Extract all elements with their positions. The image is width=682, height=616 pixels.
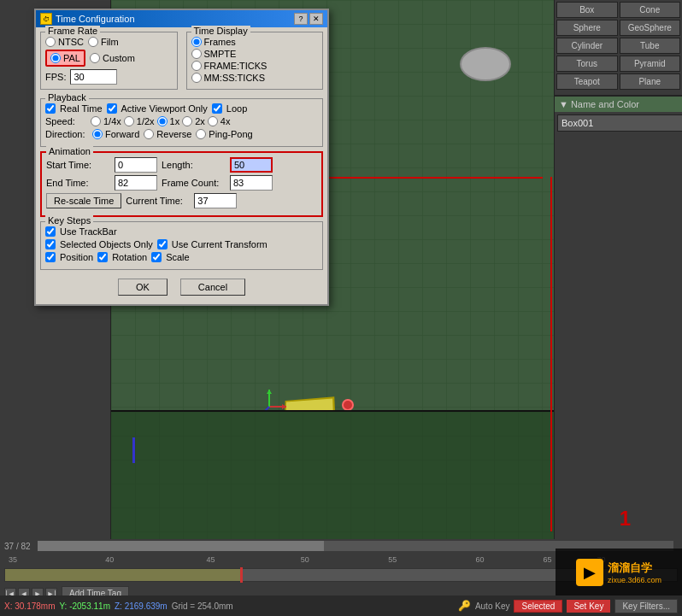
key-steps-section: Key Steps Use TrackBar Selected Objects … [40, 221, 323, 270]
watermark-line1: 溜溜自学 [608, 560, 661, 576]
key-icon: 🔑 [458, 600, 471, 612]
coord-x: X: 30.178mm [4, 601, 55, 611]
fps-row: FPS: [45, 69, 173, 85]
length-input[interactable] [230, 157, 273, 173]
frame-count-input[interactable] [230, 175, 273, 191]
smpte-radio[interactable] [191, 49, 202, 59]
selected-objects-checkbox[interactable] [45, 239, 56, 249]
watermark-line2: zixue.3d66.com [608, 576, 661, 584]
timeline-thumb [38, 541, 324, 551]
end-time-row: End Time: Frame Count: [46, 175, 317, 191]
start-time-input[interactable] [115, 157, 157, 173]
speed-1x-radio[interactable] [157, 116, 168, 126]
torus-button[interactable]: Torus [556, 56, 618, 72]
end-time-input[interactable] [115, 175, 157, 191]
geosphere-button[interactable]: GeoSphere [620, 20, 681, 36]
status-bar: X: 30.178mm Y: -2053.11m Z: 2169.639m Gr… [0, 595, 682, 616]
frame-rate-label: Frame Rate [45, 26, 100, 36]
speed-2x: 2x [182, 116, 205, 126]
set-key-button[interactable]: Set Key [567, 600, 610, 613]
speed-1-2x-radio[interactable] [124, 116, 134, 126]
ntsc-film-row: NTSC Film [45, 37, 173, 47]
pyramid-button[interactable]: Pyramid [620, 56, 681, 72]
loop-checkbox[interactable] [212, 103, 222, 114]
current-time-label: Current Time: [126, 196, 190, 206]
scale-label: Scale [166, 252, 190, 262]
custom-label: Custom [103, 53, 135, 63]
pal-radio[interactable] [50, 53, 61, 63]
loop-label: Loop [226, 103, 247, 114]
cone-button[interactable]: Cone [620, 2, 681, 18]
speed-4x-radio[interactable] [208, 116, 218, 126]
ntsc-radio[interactable] [45, 37, 56, 47]
ok-button[interactable]: OK [118, 279, 168, 296]
mmssticks-radio-group: MM:SS:TICKS [191, 73, 319, 83]
rescale-time-button[interactable]: Re-scale Time [46, 193, 121, 208]
light-object[interactable] [342, 399, 354, 411]
teapot-button[interactable]: Teapot [556, 73, 618, 90]
speed-1-4x: 1/4x [91, 116, 121, 126]
tl-num-50: 50 [301, 555, 309, 564]
playback-section: Playback Real Time Active Viewport Only … [40, 98, 323, 147]
selected-objects-row: Selected Objects Only Use Current Transf… [45, 239, 318, 249]
frameticks-radio[interactable] [191, 61, 202, 71]
frameticks-radio-group: FRAME:TICKS [191, 61, 319, 71]
fps-input[interactable] [70, 69, 117, 85]
viewport-3d-bottom[interactable] [111, 410, 554, 539]
pingpong-radio[interactable] [196, 129, 206, 139]
dialog-help-btn[interactable]: ? [294, 13, 308, 25]
forward-radio-group: Forward [92, 129, 139, 139]
animation-section: Animation Start Time: Length: End Time: … [40, 151, 323, 217]
prs-row: Position Rotation Scale [45, 252, 318, 262]
timeline-marker [240, 567, 243, 583]
mmssticks-radio[interactable] [191, 73, 202, 83]
use-trackbar-row: Use TrackBar [45, 226, 318, 237]
custom-radio[interactable] [90, 53, 100, 63]
frames-radio[interactable] [191, 37, 202, 47]
real-time-checkbox[interactable] [45, 103, 56, 114]
timeline-fill [5, 569, 240, 581]
selected-objects-label: Selected Objects Only [60, 239, 153, 249]
frames-label: Frames [204, 37, 236, 47]
tl-num-35: 35 [9, 555, 17, 564]
forward-radio[interactable] [92, 129, 103, 139]
watermark: ▶ 溜溜自学 zixue.3d66.com [556, 549, 682, 595]
speed-2x-radio[interactable] [182, 116, 192, 126]
frame-count-label: Frame Count: [162, 178, 226, 188]
dialog-close-btn[interactable]: ✕ [309, 13, 323, 25]
use-current-transform-checkbox[interactable] [157, 239, 168, 249]
frames-radio-group: Frames [191, 37, 319, 47]
scale-checkbox[interactable] [151, 252, 162, 262]
film-radio[interactable] [88, 37, 98, 47]
time-config-dialog[interactable]: ⏱ Time Configuration ? ✕ Frame Rate NTSC [34, 9, 329, 306]
rotation-checkbox[interactable] [97, 252, 108, 262]
smpte-label: SMPTE [204, 49, 237, 59]
cylinder-object [460, 47, 511, 81]
active-viewport-label: Active Viewport Only [121, 103, 208, 114]
cylinder-button[interactable]: Cylinder [556, 38, 618, 54]
grid-background-bottom [111, 412, 554, 539]
speed-1-4x-radio[interactable] [91, 116, 101, 126]
cancel-button[interactable]: Cancel [180, 279, 245, 296]
dialog-titlebar: ⏱ Time Configuration ? ✕ [36, 10, 327, 27]
speed-1-4x-label: 1/4x [103, 116, 121, 126]
box-button[interactable]: Box [556, 2, 618, 18]
auto-key-label: Auto Key [475, 601, 510, 611]
active-viewport-checkbox[interactable] [107, 103, 117, 114]
object-name-input[interactable] [557, 114, 682, 132]
collapse-icon[interactable]: ▼ [559, 99, 568, 109]
position-checkbox[interactable] [45, 252, 56, 262]
sphere-button[interactable]: Sphere [556, 20, 618, 36]
plane-button[interactable]: Plane [620, 73, 681, 90]
speed-1-2x-label: 1/2x [137, 116, 155, 126]
auto-key-section: 🔑 Auto Key Selected Set Key Key Filters.… [458, 599, 678, 613]
use-trackbar-checkbox[interactable] [45, 226, 56, 237]
use-current-transform-label: Use Current Transform [172, 239, 268, 249]
key-filters-button[interactable]: Key Filters... [614, 599, 678, 613]
direction-label: Direction: [45, 129, 88, 139]
coord-z: Z: 2169.639m [115, 601, 168, 611]
current-time-input[interactable] [194, 193, 237, 208]
reverse-radio[interactable] [144, 129, 154, 139]
speed-1x-label: 1x [170, 116, 180, 126]
tube-button[interactable]: Tube [620, 38, 681, 54]
